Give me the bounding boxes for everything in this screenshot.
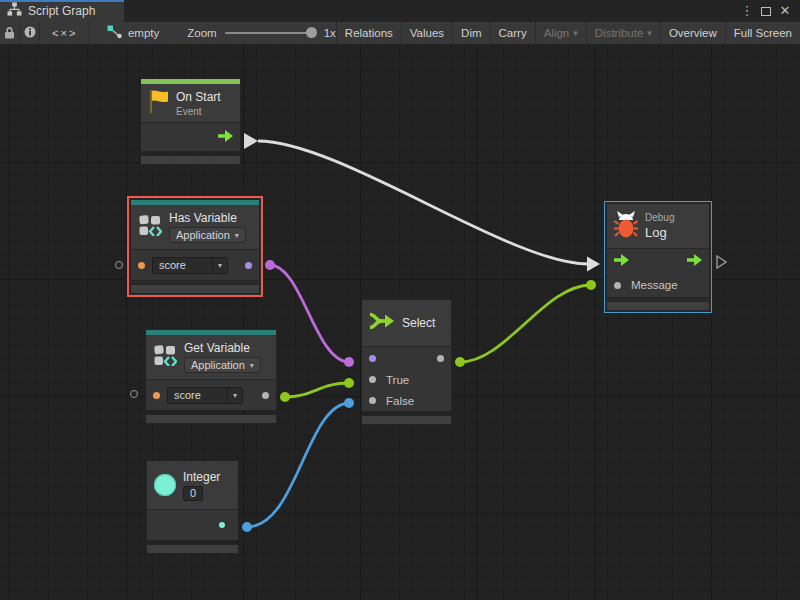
node-footer (140, 155, 241, 165)
node-footer (145, 414, 277, 424)
variable-name-port[interactable] (138, 262, 145, 269)
node-on-start[interactable]: On Start Event (140, 78, 241, 165)
result-output-port[interactable] (437, 355, 444, 362)
zoom-control: Zoom 1x (187, 22, 336, 44)
scope-dropdown[interactable]: Application ▾ (169, 227, 246, 243)
value-output-port[interactable] (262, 392, 269, 399)
node-title: Select (402, 316, 435, 330)
info-button[interactable] (20, 22, 40, 44)
node-title: Integer (183, 470, 220, 484)
scope-dropdown[interactable]: Application ▾ (184, 357, 261, 373)
select-icon (369, 310, 395, 336)
carry-button[interactable]: Carry (490, 22, 535, 44)
zoom-label: Zoom (187, 27, 216, 39)
flow-output-port[interactable] (218, 128, 233, 146)
menu-icon[interactable]: ⋮ (740, 1, 754, 21)
node-select[interactable]: Select True False (361, 299, 452, 425)
integer-icon (154, 474, 176, 496)
node-footer (606, 301, 710, 311)
chevron-down-icon: ▾ (212, 258, 227, 273)
tab-title: Script Graph (28, 4, 95, 18)
port-label: Message (631, 279, 678, 291)
flow-input-port[interactable] (614, 252, 629, 270)
node-has-variable[interactable]: Has Variable Application ▾ score ▾ (127, 196, 263, 297)
align-button[interactable]: Align ▾ (535, 22, 586, 44)
bug-icon (614, 211, 638, 242)
port-label: False (386, 395, 414, 407)
lock-button[interactable] (0, 22, 20, 44)
zoom-slider[interactable] (225, 32, 317, 34)
graph-icon (7, 2, 22, 20)
lock-icon (4, 26, 15, 41)
node-subtitle: Debug (645, 212, 674, 223)
tab-script-graph[interactable]: Script Graph (0, 0, 124, 22)
chevron-down-icon: ▾ (235, 231, 239, 240)
selection-label: empty (128, 27, 159, 39)
port-label: True (386, 374, 409, 386)
variables-icon (138, 214, 162, 240)
graph-canvas[interactable]: On Start Event (0, 46, 800, 600)
selection-inspector: empty (107, 22, 159, 44)
node-debug-log[interactable]: Debug Log Message (604, 201, 712, 313)
close-icon[interactable]: ✕ (778, 1, 792, 21)
wire-true (285, 383, 349, 397)
dim-button[interactable]: Dim (452, 22, 489, 44)
condition-input-port[interactable] (369, 355, 376, 362)
integer-output-port[interactable] (219, 522, 225, 528)
chevron-down-icon: ▾ (250, 361, 254, 370)
result-output-port[interactable] (245, 262, 252, 269)
wire-message (460, 285, 591, 362)
flow-output-port[interactable] (687, 252, 702, 270)
node-title: On Start (176, 90, 221, 104)
node-footer (146, 544, 239, 554)
wire-flow (258, 141, 588, 264)
zoom-slider-handle[interactable] (306, 27, 317, 38)
variable-name-select[interactable]: score ▾ (152, 257, 228, 274)
flag-icon (148, 88, 169, 118)
toolbar-buttons: Relations Values Dim Carry Align ▾ Distr… (336, 22, 800, 44)
script-graph-window: Script Graph ⋮ ✕ (0, 0, 800, 600)
variable-name-port[interactable] (153, 392, 160, 399)
code-preview-button[interactable]: <×> (40, 22, 89, 44)
true-input-port[interactable] (369, 376, 376, 383)
wire-condition (270, 265, 349, 362)
active-tab-highlight (0, 0, 124, 2)
variables-icon (153, 344, 177, 370)
chevron-down-icon: ▾ (573, 29, 578, 38)
values-button[interactable]: Values (401, 22, 452, 44)
graph-toolbar: <×> empty Zoom 1x Relations Values Dim (0, 22, 800, 45)
node-title: Get Variable (184, 341, 261, 355)
node-title: Log (645, 225, 674, 240)
variable-name-select[interactable]: score ▾ (167, 387, 243, 404)
info-icon (24, 26, 36, 40)
flow-wire-start-triangle (244, 133, 258, 149)
false-input-port[interactable] (369, 397, 376, 404)
relations-button[interactable]: Relations (336, 22, 401, 44)
message-input-port[interactable] (614, 282, 621, 289)
null-pointer-icon (107, 25, 122, 41)
unconnected-port-indicator[interactable] (130, 390, 138, 398)
window-controls: ⋮ ✕ (740, 0, 800, 22)
node-get-variable[interactable]: Get Variable Application ▾ score ▾ (145, 329, 277, 424)
unconnected-port-indicator[interactable] (115, 261, 123, 269)
fullscreen-button[interactable]: Full Screen (725, 22, 800, 44)
chevron-down-icon: ▾ (647, 29, 652, 38)
flow-wire-arrowhead (587, 257, 600, 272)
code-preview-icon: <×> (52, 27, 77, 39)
node-subtitle: Event (176, 106, 221, 117)
tab-bar: Script Graph ⋮ ✕ (0, 0, 800, 22)
node-title: Has Variable (169, 211, 246, 225)
chevron-down-icon: ▾ (227, 388, 242, 403)
distribute-button[interactable]: Distribute ▾ (586, 22, 660, 44)
node-footer (130, 284, 260, 294)
zoom-value: 1x (324, 27, 336, 39)
node-integer[interactable]: Integer 0 (146, 460, 239, 554)
unconnected-flow-indicator[interactable] (716, 255, 727, 273)
overview-button[interactable]: Overview (660, 22, 725, 44)
node-footer (361, 415, 452, 425)
integer-value-input[interactable]: 0 (183, 486, 203, 501)
maximize-icon[interactable] (761, 7, 771, 16)
